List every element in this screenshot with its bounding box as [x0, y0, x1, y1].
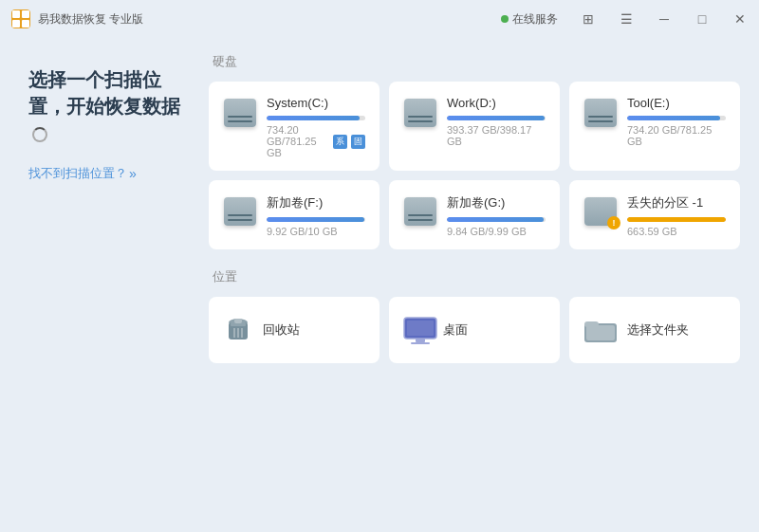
location-card-folder[interactable]: 选择文件夹 — [569, 297, 740, 363]
monitor-icon — [403, 317, 434, 343]
drive-card-system-c[interactable]: System(C:) 734.20 GB/781.25 GB 系 固 — [209, 82, 380, 171]
drive-icon-new-g — [403, 194, 437, 229]
location-card-desktop[interactable]: 桌面 — [389, 297, 560, 363]
drive-bar-tool-e — [627, 116, 726, 120]
drive-bar-fill-tool-e — [627, 116, 720, 120]
location-card-recycle[interactable]: 回收站 — [209, 297, 380, 363]
loading-spinner — [32, 127, 47, 142]
recycle-bin-icon — [223, 315, 253, 345]
drive-name-work-d: Work(D:) — [447, 96, 546, 110]
drive-name-new-f: 新加卷(F:) — [267, 194, 365, 211]
grid-button[interactable]: ⊞ — [569, 0, 607, 38]
svg-rect-9 — [416, 339, 425, 342]
locations-grid: 回收站 桌面 — [209, 297, 740, 363]
main-content: 选择一个扫描位置，开始恢复数据 找不到扫描位置？ » 硬盘 System(C:) — [0, 38, 759, 532]
drive-name-tool-e: Tool(E:) — [627, 96, 726, 110]
drive-info-system-c: System(C:) 734.20 GB/781.25 GB 系 固 — [267, 96, 365, 158]
location-section-title: 位置 — [209, 268, 740, 285]
location-name-folder: 选择文件夹 — [627, 321, 689, 339]
svg-rect-13 — [586, 325, 615, 340]
drive-bar-new-g — [447, 217, 546, 222]
svg-rect-10 — [411, 342, 430, 344]
minimize-button[interactable]: ─ — [645, 0, 683, 38]
drive-bar-fill-system-c — [267, 116, 360, 120]
drive-icon-tool-e — [583, 96, 618, 130]
location-name-recycle: 回收站 — [263, 321, 300, 339]
drive-size-new-f: 9.92 GB/10 GB — [267, 226, 365, 237]
drive-tag-2-system-c: 固 — [351, 135, 365, 149]
menu-button[interactable]: ☰ — [607, 0, 645, 38]
app-title: 易我数据恢复 专业版 — [38, 11, 143, 28]
title-bar-right: 在线服务 ⊞ ☰ ─ □ ✕ — [490, 0, 759, 38]
drive-name-system-c: System(C:) — [267, 96, 365, 110]
find-location-link[interactable]: 找不到扫描位置？ » — [28, 165, 180, 182]
app-icon — [11, 9, 30, 28]
svg-rect-8 — [407, 321, 434, 336]
drive-info-tool-e: Tool(E:) 734.20 GB/781.25 GB — [627, 96, 726, 147]
close-button[interactable]: ✕ — [721, 0, 759, 38]
drive-size-lost: 663.59 GB — [627, 226, 726, 237]
app-logo — [12, 10, 29, 28]
drive-info-lost: 丢失的分区 -1 663.59 GB — [627, 194, 726, 237]
lost-badge: ! — [607, 216, 620, 229]
maximize-button[interactable]: □ — [683, 0, 721, 38]
drive-bar-fill-new-g — [447, 217, 544, 222]
drive-icon-work-d — [403, 96, 437, 130]
drive-name-new-g: 新加卷(G:) — [447, 194, 546, 211]
drive-tag-1-system-c: 系 — [333, 135, 347, 149]
drive-icon-system-c — [223, 96, 257, 130]
location-name-desktop: 桌面 — [443, 321, 468, 339]
title-bar: 易我数据恢复 专业版 在线服务 ⊞ ☰ ─ □ ✕ — [0, 0, 759, 38]
right-panel: 硬盘 System(C:) 734.20 GB/781.25 GB 系 固 — [199, 38, 759, 532]
drive-info-work-d: Work(D:) 393.37 GB/398.17 GB — [447, 96, 546, 147]
drive-card-new-g[interactable]: 新加卷(G:) 9.84 GB/9.99 GB — [389, 180, 560, 249]
hard-disk-section-title: 硬盘 — [209, 53, 740, 70]
folder-icon — [583, 316, 618, 344]
drive-bar-fill-new-f — [267, 217, 364, 222]
drive-icon-new-f — [223, 194, 257, 229]
hero-title: 选择一个扫描位置，开始恢复数据 — [28, 66, 180, 146]
drive-bar-system-c — [267, 116, 365, 120]
drive-bar-fill-work-d — [447, 116, 545, 120]
drive-size-new-g: 9.84 GB/9.99 GB — [447, 226, 546, 237]
online-service-label: 在线服务 — [512, 11, 558, 28]
drive-bar-new-f — [267, 217, 365, 222]
window-controls: ⊞ ☰ ─ □ ✕ — [569, 0, 759, 38]
drive-size-work-d: 393.37 GB/398.17 GB — [447, 124, 546, 147]
title-bar-left: 易我数据恢复 专业版 — [11, 9, 143, 28]
online-indicator — [501, 15, 509, 23]
find-location-arrow: » — [129, 166, 137, 181]
drive-bar-work-d — [447, 116, 546, 120]
svg-rect-6 — [234, 319, 242, 323]
drive-bar-lost — [627, 217, 726, 222]
drive-size-tool-e: 734.20 GB/781.25 GB — [627, 124, 726, 147]
online-service-button[interactable]: 在线服务 — [490, 11, 569, 28]
drive-card-tool-e[interactable]: Tool(E:) 734.20 GB/781.25 GB — [569, 82, 740, 171]
drive-card-lost[interactable]: ! 丢失的分区 -1 663.59 GB — [569, 180, 740, 249]
left-panel: 选择一个扫描位置，开始恢复数据 找不到扫描位置？ » — [0, 38, 199, 532]
drive-info-new-g: 新加卷(G:) 9.84 GB/9.99 GB — [447, 194, 546, 237]
drive-icon-lost: ! — [583, 194, 618, 229]
drive-name-lost: 丢失的分区 -1 — [627, 194, 726, 211]
drive-card-new-f[interactable]: 新加卷(F:) 9.92 GB/10 GB — [209, 180, 380, 249]
drives-grid: System(C:) 734.20 GB/781.25 GB 系 固 — [209, 82, 740, 249]
drive-card-work-d[interactable]: Work(D:) 393.37 GB/398.17 GB — [389, 82, 560, 171]
drive-info-new-f: 新加卷(F:) 9.92 GB/10 GB — [267, 194, 365, 237]
drive-size-system-c: 734.20 GB/781.25 GB 系 固 — [267, 124, 365, 158]
drive-bar-fill-lost — [627, 217, 726, 222]
